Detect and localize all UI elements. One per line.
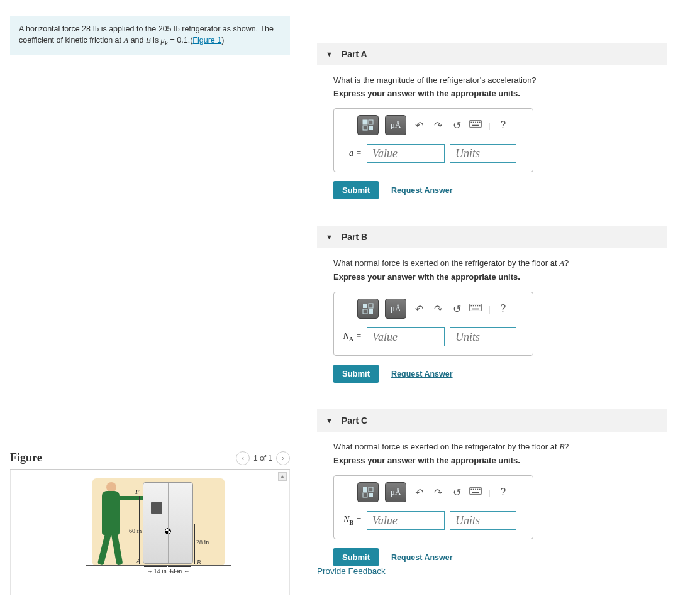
figure-title: Figure [10, 451, 42, 465]
part-a-value-input[interactable] [367, 144, 445, 163]
units-symbol-icon[interactable]: μÅ [385, 299, 406, 319]
svg-rect-18 [475, 305, 476, 307]
svg-rect-0 [363, 120, 367, 124]
figure-canvas: ▲ F 60 in 28 in A B [10, 470, 290, 595]
svg-rect-10 [472, 125, 479, 126]
redo-icon[interactable]: ↷ [431, 487, 444, 498]
svg-rect-11 [363, 304, 367, 308]
undo-icon[interactable]: ↶ [413, 303, 425, 315]
part-b-answer-area: μÅ ↶ ↷ ↺ | ? NA = [333, 292, 533, 356]
part-a-var-label: a = [343, 148, 362, 158]
svg-rect-12 [369, 304, 373, 308]
svg-rect-28 [473, 489, 474, 490]
reset-icon[interactable]: ↺ [450, 487, 463, 498]
part-c-submit-button[interactable]: Submit [333, 548, 379, 566]
svg-rect-9 [479, 122, 481, 123]
svg-rect-7 [475, 122, 476, 123]
part-b-value-input[interactable] [367, 327, 445, 346]
figure-next-button[interactable]: › [276, 451, 290, 465]
part-b-header[interactable]: ▼ Part B [317, 226, 667, 248]
provide-feedback-link[interactable]: Provide Feedback [317, 566, 386, 576]
part-c-instruction: Express your answer with the appropriate… [333, 456, 667, 465]
part-c-title: Part C [342, 415, 367, 426]
part-b-submit-button[interactable]: Submit [333, 365, 379, 383]
units-symbol-icon[interactable]: μÅ [385, 115, 406, 135]
problem-statement: A horizontal force 28 lb is applied to t… [10, 16, 290, 55]
redo-icon[interactable]: ↷ [431, 119, 444, 131]
help-icon[interactable]: ? [497, 303, 509, 314]
figure-label-60in: 60 in [129, 527, 142, 534]
figure-label-28in: 28 in [196, 539, 209, 546]
undo-icon[interactable]: ↶ [413, 119, 425, 131]
svg-rect-29 [475, 489, 476, 490]
part-a-request-answer-link[interactable]: Request Answer [391, 186, 452, 195]
part-a-answer-area: μÅ ↶ ↷ ↺ | ? a = [333, 108, 533, 172]
templates-icon[interactable] [357, 115, 379, 135]
svg-rect-32 [472, 492, 479, 493]
reset-icon[interactable]: ↺ [450, 119, 463, 131]
svg-rect-30 [477, 489, 479, 490]
templates-icon[interactable] [357, 482, 379, 502]
templates-icon[interactable] [357, 299, 379, 319]
part-b-instruction: Express your answer with the appropriate… [333, 272, 667, 282]
svg-rect-4 [470, 121, 482, 128]
part-b-request-answer-link[interactable]: Request Answer [391, 370, 452, 378]
part-c-units-input[interactable] [450, 511, 516, 530]
svg-rect-17 [473, 305, 474, 307]
part-c-answer-area: μÅ ↶ ↷ ↺ | ? NB = [333, 475, 533, 539]
help-icon[interactable]: ? [497, 119, 509, 131]
svg-rect-26 [470, 488, 482, 495]
figure-label-14in-right: 14 in ← [169, 568, 189, 575]
part-b-title: Part B [342, 232, 367, 242]
part-a-units-input[interactable] [450, 144, 516, 163]
svg-rect-19 [477, 305, 479, 307]
figure-prev-button[interactable]: ‹ [236, 451, 250, 465]
figure-pager-text: 1 of 1 [253, 454, 272, 463]
part-a-header[interactable]: ▼ Part A [317, 43, 667, 65]
keyboard-icon[interactable] [469, 303, 482, 314]
svg-rect-25 [369, 493, 373, 497]
svg-rect-27 [471, 489, 472, 490]
svg-rect-22 [363, 487, 367, 492]
svg-rect-23 [369, 487, 373, 492]
part-c-header[interactable]: ▼ Part C [317, 409, 667, 432]
undo-icon[interactable]: ↶ [413, 487, 425, 498]
scroll-up-icon[interactable]: ▲ [278, 472, 287, 481]
part-a-title: Part A [342, 49, 367, 59]
part-c-request-answer-link[interactable]: Request Answer [391, 553, 452, 562]
reset-icon[interactable]: ↺ [450, 303, 463, 315]
keyboard-icon[interactable] [469, 487, 482, 498]
part-c-var-label: NB = [343, 515, 362, 526]
help-icon[interactable]: ? [497, 487, 509, 498]
svg-rect-21 [472, 309, 479, 310]
svg-rect-13 [363, 309, 367, 314]
units-symbol-icon[interactable]: μÅ [385, 482, 406, 502]
part-b-var-label: NA = [343, 331, 362, 343]
svg-rect-14 [369, 309, 373, 314]
chevron-down-icon: ▼ [326, 50, 333, 58]
svg-rect-31 [479, 489, 481, 490]
part-b-question: What normal force is exerted on the refr… [333, 258, 667, 268]
svg-rect-20 [479, 305, 481, 307]
figure-label-A: A [136, 558, 140, 564]
part-c-question: What normal force is exerted on the refr… [333, 442, 667, 452]
figure-label-F: F [135, 488, 140, 495]
part-c-value-input[interactable] [367, 511, 445, 530]
keyboard-icon[interactable] [469, 119, 482, 131]
svg-rect-5 [471, 122, 472, 123]
svg-rect-24 [363, 493, 367, 497]
part-a-submit-button[interactable]: Submit [333, 181, 379, 199]
redo-icon[interactable]: ↷ [431, 303, 444, 315]
figure-label-B: B [197, 559, 201, 566]
svg-rect-6 [473, 122, 474, 123]
svg-rect-1 [369, 120, 373, 124]
chevron-down-icon: ▼ [326, 233, 333, 241]
part-a-question: What is the magnitude of the refrigerato… [333, 75, 667, 85]
svg-rect-3 [369, 126, 373, 130]
part-a-instruction: Express your answer with the appropriate… [333, 89, 667, 98]
part-b-units-input[interactable] [450, 327, 516, 346]
svg-rect-2 [363, 126, 367, 130]
figure-link[interactable]: Figure 1 [192, 36, 221, 45]
svg-rect-15 [470, 304, 482, 311]
chevron-down-icon: ▼ [326, 417, 333, 424]
